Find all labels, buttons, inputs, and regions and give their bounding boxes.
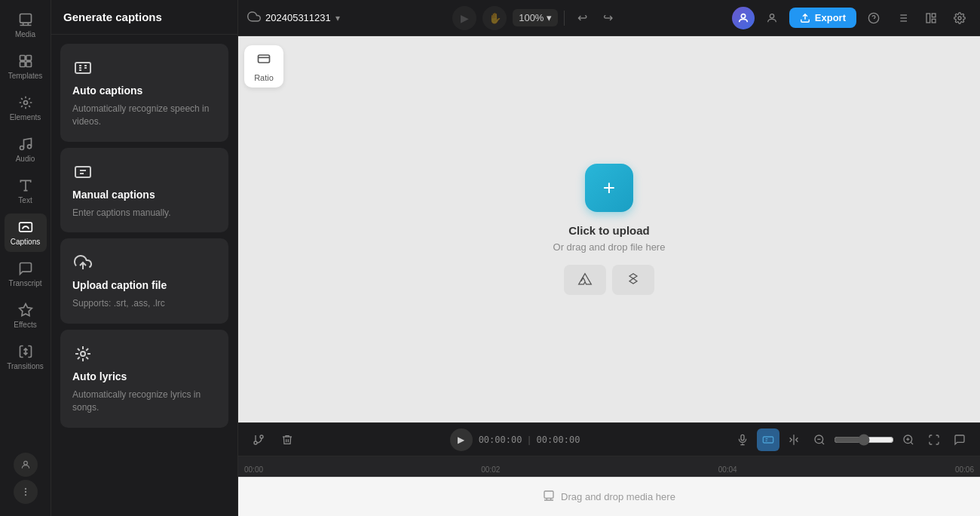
- svg-rect-27: [932, 14, 936, 17]
- svg-rect-34: [741, 435, 744, 440]
- project-name: 202405311231: [265, 12, 331, 23]
- svg-rect-13: [75, 63, 90, 73]
- icon-sidebar: Media Templates Elements Audio Text Capt…: [0, 0, 51, 516]
- top-bar: 202405311231 ▾ ▶ ✋ 100% ▾ ↩ ↪: [238, 0, 980, 36]
- svg-rect-2: [26, 56, 31, 61]
- svg-rect-14: [75, 167, 90, 177]
- upload-main-text: Click to upload: [568, 224, 650, 237]
- cloud-icon: [247, 10, 261, 26]
- svg-rect-28: [932, 19, 936, 23]
- play-button-top[interactable]: ▶: [452, 6, 476, 30]
- caption-timeline-btn[interactable]: [757, 428, 779, 451]
- sidebar-item-effects[interactable]: Effects: [5, 296, 47, 335]
- ratio-button[interactable]: Ratio: [244, 45, 283, 88]
- zoom-value: 100%: [519, 12, 544, 23]
- auto-captions-title: Auto captions: [72, 84, 142, 97]
- timeline-ruler: 00:00 00:02 00:04 00:06: [238, 456, 980, 477]
- upload-sub-text: Or drag and drop file here: [553, 241, 666, 253]
- speech-bubble-button[interactable]: [948, 428, 971, 451]
- list-view-button[interactable]: [891, 7, 914, 29]
- sidebar-item-audio[interactable]: Audio: [5, 131, 47, 169]
- playback-controls: ▶ ✋ 100% ▾ ↩ ↪: [346, 6, 726, 30]
- svg-point-16: [81, 352, 85, 356]
- undo-button[interactable]: ↩: [571, 7, 593, 29]
- auto-captions-card[interactable]: Auto captions Automatically recognize sp…: [60, 44, 228, 142]
- drop-zone-icon: [543, 490, 555, 505]
- project-chevron-icon[interactable]: ▾: [335, 13, 340, 23]
- svg-point-6: [20, 146, 23, 150]
- sidebar-extras: [14, 453, 38, 504]
- sidebar-item-text[interactable]: Text: [5, 172, 47, 210]
- canvas-area[interactable]: Ratio + Click to upload Or drag and drop…: [238, 36, 980, 422]
- sidebar-item-audio-label: Audio: [16, 155, 35, 163]
- mic-button[interactable]: [731, 428, 754, 451]
- sidebar-item-transitions[interactable]: Transitions: [5, 338, 47, 376]
- svg-line-38: [822, 442, 824, 444]
- main-area: 202405311231 ▾ ▶ ✋ 100% ▾ ↩ ↪: [238, 0, 980, 516]
- upload-plus-button[interactable]: +: [585, 164, 633, 212]
- auto-lyrics-icon: [72, 343, 93, 364]
- ruler-mark-2: 00:04: [718, 465, 737, 474]
- svg-point-33: [254, 441, 257, 444]
- fullscreen-button[interactable]: [923, 428, 945, 451]
- manual-captions-icon: [72, 161, 93, 183]
- split-button[interactable]: [782, 428, 805, 451]
- sidebar-item-transcript-label: Transcript: [8, 279, 41, 287]
- timeline-play-button[interactable]: ▶: [450, 428, 473, 451]
- ruler-mark-1: 00:02: [481, 465, 500, 474]
- upload-caption-desc: Supports: .srt, .ass, .lrc: [72, 297, 165, 310]
- undo-redo-group: ↩ ↪: [571, 7, 619, 29]
- export-button[interactable]: Export: [789, 8, 856, 28]
- sidebar-item-transcript[interactable]: Transcript: [5, 255, 47, 293]
- timeline-icon-buttons: [731, 428, 971, 451]
- svg-rect-1: [20, 56, 25, 61]
- svg-point-32: [260, 435, 263, 438]
- sidebar-item-templates[interactable]: Templates: [5, 48, 47, 86]
- ratio-label: Ratio: [254, 73, 274, 82]
- svg-point-10: [25, 488, 26, 489]
- export-label: Export: [815, 12, 846, 23]
- delete-icon-btn[interactable]: [276, 428, 299, 451]
- svg-rect-26: [926, 14, 930, 23]
- svg-point-18: [770, 14, 773, 17]
- layout-button[interactable]: [920, 7, 942, 29]
- upload-caption-card[interactable]: Upload caption file Supports: .srt, .ass…: [60, 238, 228, 324]
- ruler-mark-0: 00:00: [244, 465, 263, 474]
- ratio-icon: [256, 51, 271, 70]
- svg-point-12: [25, 495, 26, 496]
- caption-cards-list: Auto captions Automatically recognize sp…: [51, 35, 237, 516]
- svg-rect-0: [20, 14, 31, 23]
- google-drive-button[interactable]: [564, 265, 606, 295]
- svg-point-11: [25, 491, 26, 492]
- sidebar-item-effects-label: Effects: [14, 321, 36, 329]
- minus-zoom-btn[interactable]: [808, 428, 831, 451]
- person-icon-btn[interactable]: [761, 7, 783, 29]
- timeline-total-time: 00:00:00: [537, 435, 580, 445]
- plus-zoom-btn[interactable]: [897, 428, 920, 451]
- sidebar-item-media[interactable]: Media: [5, 6, 47, 45]
- dropbox-button[interactable]: [612, 265, 654, 295]
- user-avatar-btn[interactable]: [14, 453, 38, 477]
- trim-icon-btn[interactable]: [247, 428, 270, 451]
- media-drop-zone[interactable]: Drag and drop media here: [238, 477, 980, 516]
- redo-button[interactable]: ↪: [596, 7, 619, 29]
- help-button[interactable]: [862, 7, 885, 29]
- timeline-zoom-slider[interactable]: [834, 434, 894, 446]
- more-options-btn[interactable]: [14, 480, 38, 504]
- ruler-mark-3: 00:06: [955, 465, 974, 474]
- zoom-control[interactable]: 100% ▾: [513, 9, 558, 26]
- settings-button[interactable]: [948, 7, 971, 29]
- timeline-current-time: 00:00:00: [479, 435, 522, 445]
- sidebar-item-captions[interactable]: Captions: [5, 213, 47, 252]
- panel-title: Generate captions: [51, 0, 237, 35]
- auto-lyrics-card[interactable]: Auto lyrics Automatically recognize lyri…: [60, 330, 228, 428]
- sidebar-item-elements-label: Elements: [10, 113, 41, 121]
- ruler-marks: 00:00 00:02 00:04 00:06: [244, 465, 974, 477]
- auto-captions-icon: [72, 57, 93, 78]
- sidebar-item-elements[interactable]: Elements: [5, 89, 47, 127]
- sidebar-item-media-label: Media: [15, 30, 35, 38]
- manual-captions-card[interactable]: Manual captions Enter captions manually.: [60, 148, 228, 233]
- upload-caption-title: Upload caption file: [72, 279, 167, 291]
- hand-tool-button[interactable]: ✋: [482, 6, 507, 30]
- svg-rect-3: [20, 62, 25, 67]
